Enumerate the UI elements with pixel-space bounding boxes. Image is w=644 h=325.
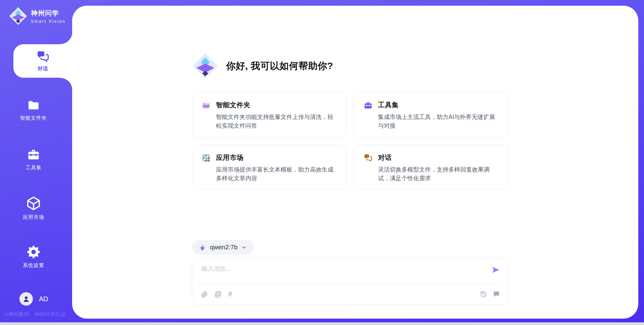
card-title: 应用市场 [216, 153, 337, 162]
sidebar-item-label: 系统设置 [23, 262, 44, 269]
chat-bubbles-icon [36, 50, 50, 63]
chevron-down-icon [241, 245, 247, 250]
diamond-logo-icon [9, 7, 28, 25]
sidebar-item-label: 应用市场 [23, 214, 44, 220]
sidebar-item-label: 对话 [38, 66, 48, 72]
copyright-text: ©神州数码 · 神州问学出品 [5, 311, 72, 318]
sidebar: 神州问学 Smart Vision 对话 智能文件夹 工具集 应用市场 系统设置… [0, 0, 72, 325]
user-account[interactable]: AD [19, 292, 48, 306]
sidebar-item-smart-folder[interactable]: 智能文件夹 [0, 99, 67, 121]
hash-icon[interactable]: # [228, 290, 232, 298]
sidebar-item-chat[interactable]: 对话 [13, 44, 72, 78]
history-icon[interactable] [480, 291, 487, 298]
sidebar-item-toolset[interactable]: 工具集 [0, 148, 67, 171]
sidebar-item-label: 工具集 [25, 165, 42, 171]
feature-cards: 智能文件夹 智能文件夹功能支持批量文件上传与清洗，轻松实现文件问答 工具集 集成… [192, 92, 508, 190]
card-description: 集成市场上主流工具，助力AI与外界无缝扩展与对接 [378, 113, 499, 130]
composer-toolbar: @ # [201, 288, 500, 300]
main-panel: 你好, 我可以如何帮助你? 智能文件夹 智能文件夹功能支持批量文件上传与清洗，轻… [72, 6, 638, 319]
chat-bubbles-icon [364, 153, 373, 162]
folder-icon [27, 99, 40, 112]
card-description: 智能文件夹功能支持批量文件上传与清洗，轻松实现文件问答 [216, 113, 337, 130]
at-sign-icon[interactable]: @ [214, 290, 222, 298]
card-description: 灵活切换多模型文件，支持多样回复效果调试，满足个性化需求 [378, 165, 499, 183]
sidebar-item-label: 智能文件夹 [20, 115, 47, 121]
chat-bubble-filled-icon[interactable] [493, 290, 500, 298]
card-title: 对话 [378, 153, 499, 162]
sidebar-item-app-market[interactable]: 应用市场 [0, 196, 67, 220]
greeting: 你好, 我可以如何帮助你? [192, 53, 333, 79]
diamond-logo-icon [192, 53, 219, 79]
card-chat[interactable]: 对话 灵活切换多模型文件，支持多样回复效果调试，满足个性化需求 [354, 145, 508, 190]
composer-divider [198, 283, 503, 284]
paperclip-icon[interactable] [201, 291, 208, 298]
message-input[interactable] [202, 265, 477, 281]
card-title: 智能文件夹 [216, 101, 337, 110]
cube-icon [26, 196, 41, 211]
brand-name: 神州问学 [31, 9, 66, 18]
card-smart-folder[interactable]: 智能文件夹 智能文件夹功能支持批量文件上传与清洗，轻松实现文件问答 [192, 92, 346, 137]
card-app-market[interactable]: 应用市场 应用市场提供丰富长文本模板，助力高效生成多样化文章内容 [192, 145, 346, 190]
card-description: 应用市场提供丰富长文本模板，助力高效生成多样化文章内容 [216, 165, 337, 183]
folder-open-icon [202, 101, 211, 110]
sidebar-item-settings[interactable]: 系统设置 [0, 245, 67, 269]
model-name: qwen2:7b [210, 244, 237, 251]
gear-icon [26, 245, 41, 259]
diamond-logo-icon [199, 244, 206, 251]
greeting-text: 你好, 我可以如何帮助你? [226, 60, 333, 72]
app-grid-icon [202, 153, 211, 162]
person-icon [22, 295, 31, 303]
toolbox-icon [364, 101, 373, 110]
send-plane-icon[interactable] [491, 265, 500, 274]
model-selector[interactable]: qwen2:7b [192, 240, 254, 255]
brand-tagline: Smart Vision [31, 19, 66, 24]
card-toolset[interactable]: 工具集 集成市场上主流工具，助力AI与外界无缝扩展与对接 [354, 92, 508, 137]
toolbox-icon [27, 148, 40, 161]
brand-logo: 神州问学 Smart Vision [9, 7, 66, 25]
chat-composer: @ # [192, 258, 508, 305]
bottom-edge-strip [0, 322, 644, 325]
user-initials: AD [39, 295, 48, 303]
card-title: 工具集 [378, 101, 499, 110]
avatar [19, 292, 33, 306]
